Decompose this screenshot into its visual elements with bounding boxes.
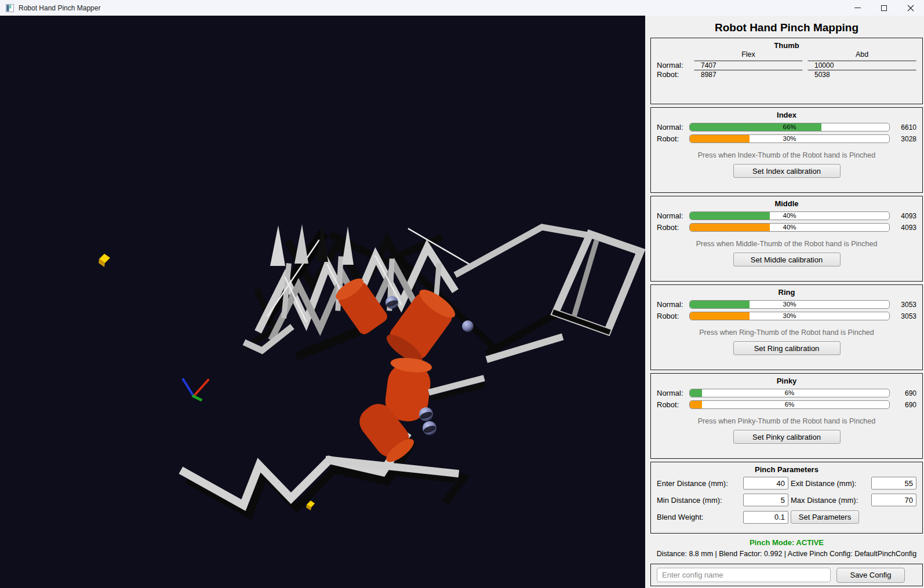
thumb-col-abd: Abd — [807, 50, 916, 60]
thumb-title: Thumb — [657, 41, 916, 50]
robot-progress-bar: 30% — [689, 134, 890, 143]
robot-hand-3d-scene — [0, 16, 645, 588]
max-distance-label: Max Distance (mm): — [791, 496, 869, 505]
normal-raw-value: 4093 — [890, 212, 916, 220]
min-distance-input[interactable] — [743, 494, 788, 506]
set-parameters-button[interactable]: Set Parameters — [791, 510, 859, 524]
robot-progress-text: 6% — [690, 401, 889, 408]
calibration-hint: Press when Ring-Thumb of the Robot hand … — [657, 328, 916, 337]
finger-groups: Index Normal: 66% 6610 Robot: 30% 3028 P… — [650, 107, 923, 459]
pinch-mode-status: Pinch Mode: ACTIVE — [650, 538, 923, 547]
robot-raw-value: 690 — [890, 401, 916, 409]
robot-raw-value: 3028 — [890, 135, 916, 143]
thumb-robot-abd-bar: 50% — [807, 70, 916, 71]
maximize-button[interactable] — [871, 0, 897, 16]
exit-distance-input[interactable] — [871, 477, 916, 490]
set-calibration-button[interactable]: Set Index calibration — [733, 164, 841, 178]
normal-raw-value: 3053 — [890, 301, 916, 309]
enter-distance-input[interactable] — [743, 477, 788, 490]
max-distance-input[interactable] — [871, 494, 916, 506]
normal-row-label: Normal: — [657, 300, 689, 309]
finger-title: Pinky — [657, 376, 916, 386]
robot-progress-bar: 6% — [689, 400, 890, 409]
thumb-normal-flex-bar: 74% — [694, 60, 803, 61]
normal-progress-bar: 66% — [689, 123, 890, 132]
robot-row-label: Robot: — [657, 134, 689, 143]
finger-title: Index — [657, 110, 916, 120]
min-distance-label: Min Distance (mm): — [657, 496, 741, 505]
set-calibration-button[interactable]: Set Pinky calibration — [733, 430, 841, 444]
robot-progress-text: 30% — [690, 312, 889, 320]
title-bar: Robot Hand Pinch Mapper — [0, 0, 924, 16]
close-icon — [907, 5, 914, 12]
thumb-robot-label: Robot: — [657, 70, 689, 79]
thumb-robot-flex-bar: 89% — [694, 70, 803, 71]
finger-group-middle: Middle Normal: 40% 4093 Robot: 40% 4093 … — [650, 196, 923, 282]
thumb-col-flex: Flex — [694, 50, 803, 60]
normal-progress-bar: 40% — [689, 211, 890, 220]
thumb-normal-flex-value: 7407 — [701, 61, 803, 70]
save-config-button[interactable]: Save Config — [836, 568, 905, 583]
normal-row-label: Normal: — [657, 211, 689, 220]
normal-progress-bar: 6% — [689, 389, 890, 397]
robot-row-label: Robot: — [657, 400, 689, 409]
finger-title: Ring — [657, 287, 916, 297]
control-panel: Robot Hand Pinch Mapping Thumb Flex Abd … — [645, 16, 924, 588]
robot-progress-bar: 40% — [689, 223, 890, 232]
pinch-parameters-group: Pinch Parameters Enter Distance (mm): Ex… — [650, 462, 923, 534]
app-icon — [6, 4, 14, 12]
normal-row-label: Normal: — [657, 123, 689, 132]
finger-title: Middle — [657, 199, 916, 209]
panel-title: Robot Hand Pinch Mapping — [650, 20, 923, 38]
thumb-normal-abd-bar: 100% — [807, 60, 916, 61]
robot-raw-value: 4093 — [890, 224, 916, 232]
3d-viewport[interactable] — [0, 16, 645, 588]
robot-progress-text: 40% — [690, 224, 889, 231]
robot-row-label: Robot: — [657, 312, 689, 320]
thumb-group: Thumb Flex Abd Normal: 74% 7407 — [650, 38, 923, 104]
calibration-hint: Press when Pinky-Thumb of the Robot hand… — [657, 417, 916, 426]
normal-progress-text: 6% — [690, 389, 889, 397]
close-button[interactable] — [897, 0, 924, 16]
set-calibration-button[interactable]: Set Ring calibration — [733, 341, 841, 355]
normal-raw-value: 690 — [890, 389, 916, 397]
enter-distance-label: Enter Distance (mm): — [657, 479, 741, 488]
robot-progress-text: 30% — [690, 135, 889, 143]
set-calibration-button[interactable]: Set Middle calibration — [733, 253, 841, 266]
window-title: Robot Hand Pinch Mapper — [19, 4, 100, 12]
normal-progress-text: 30% — [690, 301, 889, 308]
robot-row-label: Robot: — [657, 223, 689, 232]
exit-distance-label: Exit Distance (mm): — [791, 479, 869, 488]
maximize-icon — [881, 5, 887, 11]
finger-group-index: Index Normal: 66% 6610 Robot: 30% 3028 P… — [650, 107, 923, 193]
calibration-hint: Press when Middle-Thumb of the Robot han… — [657, 240, 916, 249]
finger-group-pinky: Pinky Normal: 6% 690 Robot: 6% 690 Press… — [650, 373, 923, 459]
robot-raw-value: 3053 — [890, 312, 916, 320]
config-name-input[interactable] — [657, 568, 831, 582]
thumb-robot-abd-value: 5038 — [814, 71, 916, 79]
finger-group-ring: Ring Normal: 30% 3053 Robot: 30% 3053 Pr… — [650, 284, 923, 370]
normal-progress-text: 40% — [690, 212, 889, 220]
config-save-group: Save Config — [650, 564, 923, 586]
normal-row-label: Normal: — [657, 389, 689, 397]
thumb-robot-flex-value: 8987 — [701, 71, 803, 79]
normal-progress-bar: 30% — [689, 300, 890, 309]
normal-raw-value: 6610 — [890, 123, 916, 132]
robot-progress-bar: 30% — [689, 312, 890, 320]
calibration-hint: Press when Index-Thumb of the Robot hand… — [657, 151, 916, 160]
status-info-line: Distance: 8.8 mm | Blend Factor: 0.992 |… — [650, 550, 923, 559]
thumb-normal-abd-value: 10000 — [814, 61, 916, 70]
minimize-button[interactable] — [844, 0, 871, 16]
thumb-normal-label: Normal: — [657, 61, 689, 70]
blend-weight-label: Blend Weight: — [657, 513, 741, 521]
minimize-icon — [854, 8, 861, 8]
normal-progress-text: 66% — [690, 123, 889, 131]
blend-weight-input[interactable] — [743, 511, 788, 524]
pinch-parameters-title: Pinch Parameters — [657, 465, 916, 474]
